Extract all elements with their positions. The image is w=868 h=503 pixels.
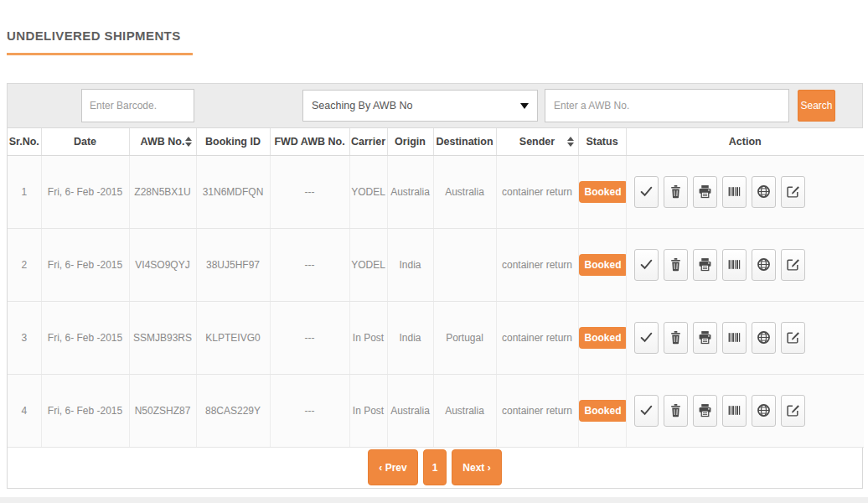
cell-carrier: In Post — [349, 301, 387, 374]
page-title: UNDELIVERED SHIPMENTS — [7, 29, 193, 55]
barcode-icon — [727, 403, 741, 417]
track-action-button[interactable] — [752, 249, 776, 281]
cell-status: Booked — [578, 155, 626, 228]
cell-action — [626, 155, 864, 228]
edit-icon — [786, 330, 800, 345]
page-number-button[interactable]: 1 — [423, 449, 447, 485]
status-badge: Booked — [579, 327, 627, 349]
col-header-sender[interactable]: Sender — [496, 128, 578, 155]
cell-srno: 1 — [8, 155, 41, 228]
approve-action-button[interactable] — [634, 395, 659, 427]
delete-action-button[interactable] — [664, 249, 688, 281]
cell-destination: Portugal — [433, 301, 496, 374]
sort-icon[interactable] — [567, 137, 574, 147]
shipments-panel: Seaching By AWB No Search Sr.No. Date AW… — [7, 83, 863, 489]
cell-destination: Australia — [433, 155, 496, 228]
next-page-button[interactable]: Next › — [452, 449, 501, 485]
globe-icon — [757, 403, 771, 417]
table-body: 1 Fri, 6- Feb -2015 Z28N5BX1U 31N6MDFQN … — [8, 155, 864, 447]
status-badge: Booked — [579, 181, 627, 203]
cell-awb: SSMJB93RS — [129, 301, 196, 374]
cell-action — [626, 374, 864, 447]
printer-icon — [698, 330, 712, 345]
trash-icon — [669, 330, 683, 345]
search-by-select[interactable]: Seaching By AWB No — [302, 90, 538, 122]
col-header-carrier: Carrier — [349, 128, 387, 155]
col-header-booking: Booking ID — [196, 128, 270, 155]
cell-status: Booked — [578, 228, 626, 301]
table-row: 4 Fri, 6- Feb -2015 N50ZSHZ87 88CAS229Y … — [8, 374, 864, 447]
barcode-action-button[interactable] — [722, 249, 747, 281]
prev-page-button[interactable]: ‹ Prev — [368, 449, 417, 485]
trash-icon — [669, 403, 683, 417]
cell-booking: 88CAS229Y — [196, 374, 270, 447]
status-badge: Booked — [579, 254, 627, 276]
barcode-action-button[interactable] — [722, 176, 747, 208]
delete-action-button[interactable] — [664, 322, 688, 354]
status-badge: Booked — [579, 400, 627, 422]
approve-action-button[interactable] — [634, 249, 659, 281]
cell-awb: N50ZSHZ87 — [129, 374, 196, 447]
cell-sender: container return — [496, 155, 578, 228]
col-header-destination: Destination — [433, 128, 496, 155]
cell-date: Fri, 6- Feb -2015 — [41, 374, 129, 447]
cell-booking: 38UJ5HF97 — [196, 228, 270, 301]
edit-action-button[interactable] — [781, 176, 805, 208]
sort-icon[interactable] — [185, 137, 192, 147]
col-header-date: Date — [41, 128, 129, 155]
cell-srno: 2 — [8, 228, 41, 301]
track-action-button[interactable] — [752, 176, 776, 208]
chevron-down-icon — [520, 103, 529, 109]
barcode-input[interactable] — [81, 89, 194, 122]
printer-icon — [698, 257, 712, 272]
edit-action-button[interactable] — [781, 249, 805, 281]
delete-action-button[interactable] — [664, 395, 688, 427]
content-area: UNDELIVERED SHIPMENTS Seaching By AWB No… — [7, 0, 863, 489]
cell-sender: container return — [496, 228, 578, 301]
delete-action-button[interactable] — [664, 176, 688, 208]
edit-action-button[interactable] — [781, 322, 805, 354]
trash-icon — [669, 257, 683, 272]
col-header-fwd-awb: FWD AWB No. — [270, 128, 349, 155]
cell-carrier: YODEL — [349, 155, 387, 228]
approve-action-button[interactable] — [634, 322, 659, 354]
awb-number-input[interactable] — [545, 89, 789, 122]
table-header: Sr.No. Date AWB No. Booking ID FWD AWB N… — [8, 128, 864, 155]
track-action-button[interactable] — [752, 395, 776, 427]
col-header-srno: Sr.No. — [8, 128, 41, 155]
globe-icon — [757, 184, 771, 199]
col-header-awb[interactable]: AWB No. — [129, 128, 196, 155]
table-row: 1 Fri, 6- Feb -2015 Z28N5BX1U 31N6MDFQN … — [8, 155, 864, 228]
col-header-status: Status — [578, 128, 626, 155]
cell-awb: VI4SO9QYJ — [129, 228, 196, 301]
cell-action — [626, 301, 864, 374]
search-button[interactable]: Search — [798, 90, 835, 122]
cell-srno: 4 — [8, 374, 41, 447]
approve-action-button[interactable] — [634, 176, 659, 208]
printer-icon — [698, 184, 712, 199]
globe-icon — [757, 257, 771, 272]
search-toolbar: Seaching By AWB No Search — [8, 84, 862, 128]
track-action-button[interactable] — [752, 322, 776, 354]
edit-icon — [786, 184, 800, 199]
cell-booking: KLPTEIVG0 — [196, 301, 270, 374]
cell-origin: Australia — [387, 374, 433, 447]
cell-status: Booked — [578, 301, 626, 374]
barcode-action-button[interactable] — [722, 395, 747, 427]
barcode-action-button[interactable] — [722, 322, 747, 354]
cell-status: Booked — [578, 374, 626, 447]
table-row: 3 Fri, 6- Feb -2015 SSMJB93RS KLPTEIVG0 … — [8, 301, 864, 374]
cell-srno: 3 — [8, 301, 41, 374]
edit-action-button[interactable] — [781, 395, 805, 427]
pagination: ‹ Prev 1 Next › — [8, 448, 862, 488]
print-icon-button[interactable] — [693, 249, 717, 281]
cell-origin: India — [387, 228, 433, 301]
shipments-table: Sr.No. Date AWB No. Booking ID FWD AWB N… — [8, 128, 864, 448]
cell-date: Fri, 6- Feb -2015 — [41, 228, 129, 301]
cell-fwd-awb: --- — [270, 228, 349, 301]
barcode-icon — [727, 184, 741, 199]
print-icon-button[interactable] — [693, 395, 717, 427]
footer-strip — [0, 497, 868, 503]
print-icon-button[interactable] — [693, 322, 717, 354]
print-icon-button[interactable] — [693, 176, 717, 208]
